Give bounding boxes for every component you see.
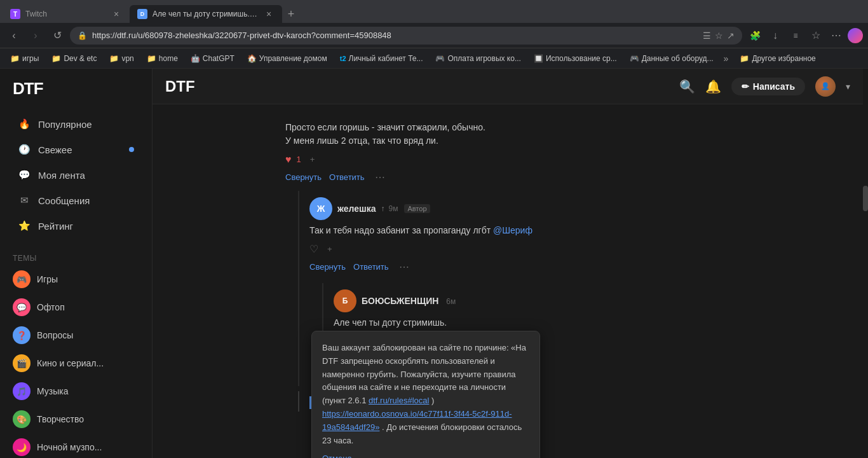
theme-music-label: Музыка bbox=[37, 386, 69, 396]
top-comment-reply-actions: Свернуть Ответить ⋯ bbox=[285, 170, 730, 184]
share-icon[interactable]: ↗ bbox=[727, 31, 735, 41]
new-tab-button[interactable]: + bbox=[282, 5, 300, 23]
bookmark-usage[interactable]: 🔲Использование ср... bbox=[529, 53, 622, 64]
sidebar-item-messages[interactable]: ✉ Сообщения bbox=[5, 188, 147, 213]
comment-1-header: Ж желешка ↑ 9м Автор bbox=[309, 197, 730, 220]
user-menu-chevron[interactable]: ▾ bbox=[846, 81, 850, 92]
more-button[interactable]: ⋯ bbox=[827, 27, 845, 45]
dtf-header-actions: 🔍 🔔 ✏ Написать 👤 ▾ bbox=[679, 76, 850, 97]
my-feed-icon: 💬 bbox=[18, 169, 31, 181]
write-pencil-icon: ✏ bbox=[742, 81, 749, 92]
popular-icon: 🔥 bbox=[18, 118, 31, 130]
theme-creative-label: Творчество bbox=[37, 414, 84, 424]
messages-icon: ✉ bbox=[18, 194, 31, 207]
themes-list: 🎮 Игры 💬 Офтоп ❓ Вопросы 🎬 Кино и сериал… bbox=[0, 265, 152, 458]
sidebar-item-fresh[interactable]: 🕐 Свежее bbox=[5, 137, 147, 162]
comment-1-heart-icon[interactable]: ♡ bbox=[309, 243, 318, 255]
reply-btn-1[interactable]: Ответить bbox=[353, 262, 389, 272]
comment-1-mention[interactable]: @Шериф bbox=[493, 225, 532, 235]
scrollbar-thumb bbox=[863, 186, 868, 211]
bookmarks-more[interactable]: » bbox=[724, 53, 729, 64]
theme-night-label: Ночной музпо... bbox=[37, 442, 102, 452]
sidebar-item-my-feed-label: Моя лента bbox=[38, 170, 85, 181]
theme-kino[interactable]: 🎬 Кино и сериал... bbox=[0, 349, 152, 377]
block-tooltip-text: Ваш аккаунт заблокирован на сайте по при… bbox=[322, 342, 529, 447]
bookmark-dev[interactable]: 📁Dev & etc bbox=[46, 53, 102, 64]
tab-twitch-close[interactable]: × bbox=[111, 8, 122, 20]
right-scrollbar[interactable] bbox=[863, 69, 868, 458]
tab-dtf[interactable]: D Але чел ты доту стримишь. Ско... × bbox=[130, 5, 282, 23]
bookmark-lk[interactable]: t2Личный кабинет Те... bbox=[335, 53, 428, 64]
download-button[interactable]: ↓ bbox=[766, 27, 784, 45]
read-mode-icon[interactable]: ☰ bbox=[703, 31, 711, 41]
fresh-dot bbox=[129, 147, 134, 152]
write-button[interactable]: ✏ Написать bbox=[731, 78, 805, 95]
rating-icon: ⭐ bbox=[18, 219, 31, 232]
top-comment: Просто если горишь - значит отжарили, об… bbox=[285, 114, 730, 191]
reply-btn-top[interactable]: Ответить bbox=[329, 172, 365, 182]
bookmark-home[interactable]: 📁home bbox=[142, 53, 183, 64]
sidebar-item-rating[interactable]: ⭐ Рейтинг bbox=[5, 213, 147, 239]
page-wrapper: DTF 🔥 Популярное 🕐 Свежее 💬 Моя лента ✉ bbox=[0, 69, 868, 458]
bookmark-vpn[interactable]: 📁vpn bbox=[104, 53, 139, 64]
bookmark-payment[interactable]: 🎮Оплата игровых ко... bbox=[430, 53, 526, 64]
theme-music[interactable]: 🎵 Музыка bbox=[0, 377, 152, 405]
bookmark-games[interactable]: 📁игры bbox=[5, 53, 44, 64]
browser-window: T Twitch × D Але чел ты доту стримишь. С… bbox=[0, 0, 868, 458]
theme-questions-label: Вопросы bbox=[37, 330, 73, 340]
like-count: 1 bbox=[297, 155, 301, 164]
favorites-button[interactable]: ☆ bbox=[807, 27, 825, 45]
heart-icon[interactable]: ♥ bbox=[285, 154, 292, 165]
theme-offtop[interactable]: 💬 Офтоп bbox=[0, 293, 152, 321]
search-icon[interactable]: 🔍 bbox=[679, 79, 695, 94]
block-tooltip-cancel[interactable]: Отмена bbox=[322, 452, 352, 458]
comment-1-add-reaction[interactable]: + bbox=[323, 242, 336, 256]
top-comment-actions: ♥ 1 + bbox=[285, 153, 730, 166]
reload-button[interactable]: ↺ bbox=[48, 27, 66, 45]
comment-1-reply-actions: Свернуть Ответить ⋯ bbox=[309, 260, 730, 274]
dtf-header-logo: DTF bbox=[165, 78, 195, 95]
user-avatar-header[interactable]: 👤 bbox=[815, 76, 836, 97]
bookmark-hardware[interactable]: 🎮Данные об оборуд... bbox=[625, 53, 719, 64]
comment-2-author: БОЮСЬЖЕНЩИН bbox=[362, 296, 438, 306]
sidebar-item-popular[interactable]: 🔥 Популярное bbox=[5, 111, 147, 137]
star-icon[interactable]: ☆ bbox=[715, 31, 723, 41]
theme-questions[interactable]: ❓ Вопросы bbox=[0, 321, 152, 349]
sidebar-item-my-feed[interactable]: 💬 Моя лента bbox=[5, 162, 147, 188]
collections-button[interactable]: ≡ bbox=[787, 27, 804, 45]
bookmark-home-ctrl[interactable]: 🏠Управление домом bbox=[242, 53, 332, 64]
theme-games[interactable]: 🎮 Игры bbox=[0, 265, 152, 293]
collapse-btn-1[interactable]: Свернуть bbox=[309, 262, 346, 272]
comment-1-text: Так и тебя надо забанит за пропаганду лг… bbox=[309, 224, 730, 237]
extensions-button[interactable]: 🧩 bbox=[746, 27, 764, 45]
block-tooltip: Ваш аккаунт заблокирован на сайте по при… bbox=[311, 331, 540, 458]
comment-1-badge: Автор bbox=[404, 204, 430, 213]
comment-2-header: Б БОЮСЬЖЕНЩИН 6м bbox=[334, 289, 730, 312]
write-label: Написать bbox=[753, 81, 795, 92]
tab-twitch[interactable]: T Twitch × bbox=[3, 5, 130, 23]
tab-dtf-close[interactable]: × bbox=[263, 8, 275, 20]
theme-creative[interactable]: 🎨 Творчество bbox=[0, 405, 152, 433]
sidebar-nav: 🔥 Популярное 🕐 Свежее 💬 Моя лента ✉ Сооб… bbox=[0, 111, 152, 239]
bookmark-chatgpt[interactable]: 🤖ChatGPT bbox=[186, 53, 240, 64]
add-reaction-btn[interactable]: + bbox=[306, 153, 319, 166]
block-tooltip-rules-link[interactable]: dtf.ru/rules#local bbox=[369, 396, 429, 405]
collapse-btn-top[interactable]: Свернуть bbox=[285, 172, 322, 182]
comment-1-like-row: ♡ + bbox=[309, 242, 730, 256]
tab-dtf-title: Але чел ты доту стримишь. Ско... bbox=[153, 10, 258, 18]
profile-button[interactable] bbox=[848, 28, 863, 43]
theme-night[interactable]: 🌙 Ночной музпо... bbox=[0, 433, 152, 458]
address-bar[interactable]: 🔒 https://dtf.ru/u/680978-zheleshka/3220… bbox=[70, 27, 742, 45]
comment-1-avatar: Ж bbox=[309, 197, 332, 220]
more-btn-top[interactable]: ⋯ bbox=[372, 170, 388, 184]
dtf-header: DTF 🔍 🔔 ✏ Написать 👤 ▾ bbox=[153, 69, 863, 104]
lock-icon: 🔒 bbox=[78, 31, 87, 40]
forward-button[interactable]: › bbox=[27, 27, 44, 45]
theme-games-label: Игры bbox=[37, 274, 58, 284]
more-btn-1[interactable]: ⋯ bbox=[397, 260, 412, 274]
themes-section-title: Темы bbox=[0, 249, 152, 265]
comment-2-avatar: Б bbox=[334, 289, 356, 312]
notifications-icon[interactable]: 🔔 bbox=[705, 79, 721, 94]
back-button[interactable]: ‹ bbox=[5, 27, 23, 45]
bookmark-other[interactable]: 📁Другое избранное bbox=[735, 53, 820, 64]
